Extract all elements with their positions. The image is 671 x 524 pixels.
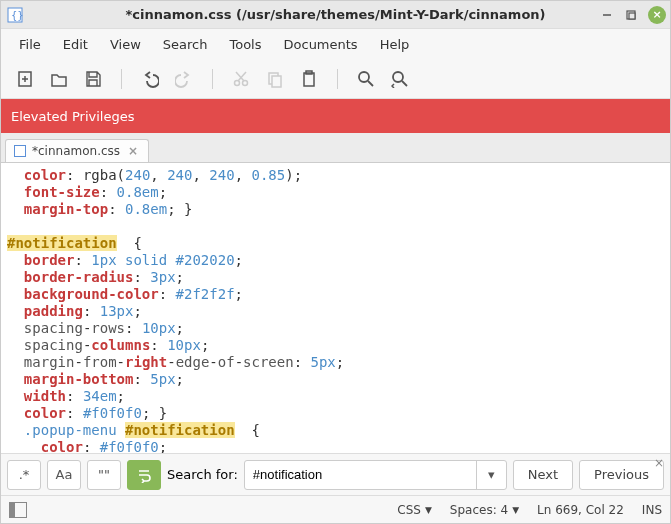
svg-rect-4 (629, 13, 635, 19)
svg-point-16 (359, 72, 369, 82)
menu-documents[interactable]: Documents (274, 33, 368, 56)
menu-edit[interactable]: Edit (53, 33, 98, 56)
svg-rect-13 (272, 76, 281, 87)
side-panel-toggle[interactable] (9, 502, 27, 518)
search-previous-button[interactable]: Previous (579, 460, 664, 490)
undo-button[interactable] (136, 65, 164, 93)
toolbar (1, 59, 670, 99)
cursor-position[interactable]: Ln 669, Col 22 (537, 503, 624, 517)
close-button[interactable]: × (648, 6, 666, 24)
search-bar: .* Aa "" Search for: ▾ Next Previous × (1, 453, 670, 495)
css-file-icon (14, 145, 26, 157)
minimize-button[interactable] (600, 8, 614, 22)
separator-icon (212, 69, 213, 89)
tab-label: *cinnamon.css (32, 144, 120, 158)
tab-close-button[interactable]: × (126, 144, 140, 158)
regex-toggle[interactable]: .* (7, 460, 41, 490)
window-title: *cinnamon.css (/usr/share/themes/Mint-Y-… (1, 7, 670, 22)
menubar: File Edit View Search Tools Documents He… (1, 29, 670, 59)
search-label: Search for: (167, 467, 238, 482)
search-history-dropdown[interactable]: ▾ (476, 461, 506, 489)
case-toggle[interactable]: Aa (47, 460, 81, 490)
svg-rect-14 (304, 73, 314, 86)
status-bar: CSS ▼ Spaces: 4 ▼ Ln 669, Col 22 INS (1, 495, 670, 523)
paste-button[interactable] (295, 65, 323, 93)
tab-cinnamon-css[interactable]: *cinnamon.css × (5, 139, 149, 162)
search-next-button[interactable]: Next (513, 460, 573, 490)
find-button[interactable] (352, 65, 380, 93)
menu-search[interactable]: Search (153, 33, 218, 56)
svg-line-19 (402, 81, 407, 86)
find-replace-button[interactable] (386, 65, 414, 93)
copy-button[interactable] (261, 65, 289, 93)
menu-file[interactable]: File (9, 33, 51, 56)
separator-icon (121, 69, 122, 89)
maximize-button[interactable] (624, 8, 638, 22)
indent-selector[interactable]: Spaces: 4 ▼ (450, 503, 519, 517)
save-button[interactable] (79, 65, 107, 93)
whole-word-toggle[interactable]: "" (87, 460, 121, 490)
open-file-button[interactable] (45, 65, 73, 93)
redo-button[interactable] (170, 65, 198, 93)
menu-help[interactable]: Help (370, 33, 420, 56)
svg-line-17 (368, 81, 373, 86)
close-search-button[interactable]: × (654, 456, 664, 470)
titlebar: {} *cinnamon.css (/usr/share/themes/Mint… (1, 1, 670, 29)
search-input-wrap: ▾ (244, 460, 507, 490)
svg-point-18 (393, 72, 403, 82)
app-icon: {} (7, 7, 23, 23)
language-selector[interactable]: CSS ▼ (397, 503, 432, 517)
wrap-toggle[interactable] (127, 460, 161, 490)
privileges-banner: Elevated Privileges (1, 99, 670, 133)
new-file-button[interactable] (11, 65, 39, 93)
cut-button[interactable] (227, 65, 255, 93)
menu-tools[interactable]: Tools (219, 33, 271, 56)
insert-mode[interactable]: INS (642, 503, 662, 517)
separator-icon (337, 69, 338, 89)
banner-text: Elevated Privileges (11, 109, 134, 124)
menu-view[interactable]: View (100, 33, 151, 56)
svg-text:{}: {} (11, 10, 23, 21)
search-input[interactable] (245, 467, 476, 482)
code-editor[interactable]: color: rgba(240, 240, 240, 0.85); font-s… (1, 163, 670, 453)
tab-bar: *cinnamon.css × (1, 133, 670, 163)
